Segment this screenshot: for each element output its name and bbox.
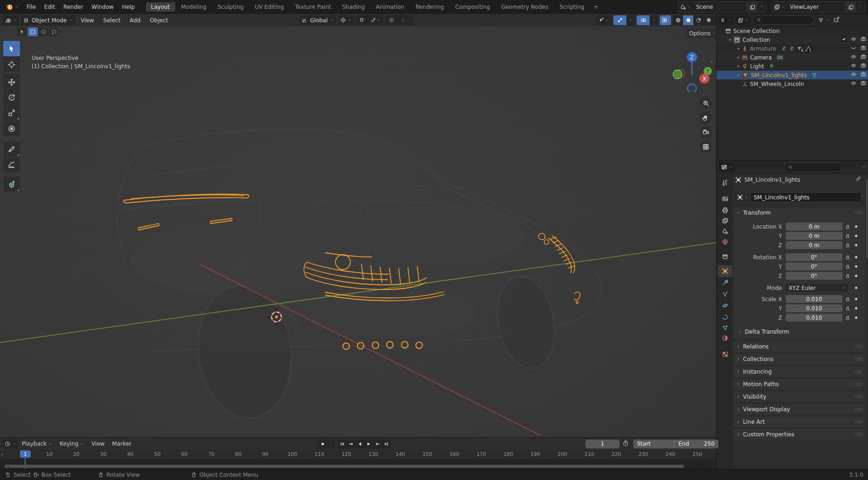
- viewport-menu-select[interactable]: Select: [99, 17, 124, 24]
- outliner-row-sm-lincolnv1-lights[interactable]: SM_Lincolnv1_lights: [717, 71, 868, 79]
- panel-grip[interactable]: [855, 395, 862, 399]
- snap-toggle[interactable]: [356, 15, 367, 25]
- field-value[interactable]: 0.010: [786, 304, 842, 312]
- outliner-item-label[interactable]: SM_Wheels_Lincoln: [750, 81, 804, 87]
- animate-dot[interactable]: [855, 298, 857, 300]
- outliner-row-scene-collection[interactable]: Scene Collection: [717, 26, 868, 35]
- camera-toggle[interactable]: [860, 53, 867, 61]
- outliner-item-label[interactable]: Armature: [750, 46, 776, 52]
- panel-grip[interactable]: [855, 211, 862, 215]
- outliner-item-label[interactable]: Light: [750, 63, 764, 70]
- transform-orientation-dropdown[interactable]: Global: [300, 15, 336, 25]
- outliner-row-sm-wheels-lincoln[interactable]: SM_Wheels_Lincoln: [717, 79, 868, 88]
- rotation-mode-dropdown[interactable]: XYZ Euler: [786, 284, 848, 292]
- pin-id-button[interactable]: [855, 176, 861, 184]
- panel-motion-paths[interactable]: Motion Paths: [733, 379, 865, 389]
- topbar-menu-render[interactable]: Render: [59, 0, 87, 14]
- panel-grip[interactable]: [855, 421, 862, 424]
- lock-toggle[interactable]: [845, 273, 851, 280]
- animate-dot[interactable]: [855, 287, 857, 289]
- tab-rendering[interactable]: Rendering: [410, 2, 449, 12]
- panel-grip[interactable]: [855, 433, 862, 436]
- tab-shading[interactable]: Shading: [337, 2, 370, 12]
- view-hand-button[interactable]: [699, 112, 712, 124]
- field-value[interactable]: 0 m: [786, 232, 842, 240]
- properties-tab-collection[interactable]: [718, 251, 732, 263]
- properties-tab-world[interactable]: [718, 236, 732, 248]
- timeline-editor-type-button[interactable]: [2, 439, 18, 449]
- lock-toggle[interactable]: [845, 242, 851, 250]
- use-preview-range-toggle[interactable]: [622, 440, 629, 448]
- unlink-scene-button[interactable]: [757, 4, 766, 10]
- panel-instancing[interactable]: Instancing: [733, 367, 865, 377]
- eye-toggle[interactable]: [850, 80, 857, 88]
- xray-toggle[interactable]: [660, 15, 671, 25]
- object-visibility-dropdown[interactable]: [596, 15, 612, 25]
- panel-header[interactable]: Relations: [733, 342, 865, 352]
- remove-view-layer-button[interactable]: [856, 4, 865, 10]
- object-name-field[interactable]: SM_Lincolnv1_lights: [750, 192, 861, 202]
- panel-header[interactable]: Motion Paths: [733, 379, 865, 389]
- timeline-ticks[interactable]: [0, 459, 716, 469]
- disclosure-right-icon[interactable]: [736, 64, 742, 69]
- properties-editor-type-button[interactable]: [719, 162, 735, 172]
- lock-toggle[interactable]: [845, 315, 851, 322]
- eye-toggle[interactable]: [850, 36, 857, 44]
- panel-visibility[interactable]: Visibility: [733, 392, 865, 402]
- shading-solid-button[interactable]: [683, 15, 693, 25]
- play-reverse-button[interactable]: [355, 439, 364, 449]
- field-value[interactable]: 0.010: [786, 314, 842, 322]
- current-frame-field[interactable]: 1: [585, 440, 619, 448]
- next-keyframe-button[interactable]: [373, 439, 382, 449]
- timeline-menu-marker[interactable]: Marker: [108, 441, 135, 447]
- timeline-menu-keying[interactable]: Keying: [56, 441, 88, 447]
- lock-toggle[interactable]: [845, 263, 851, 271]
- eye-toggle[interactable]: [850, 71, 857, 79]
- eye-toggle[interactable]: [850, 62, 857, 70]
- properties-tab-scene[interactable]: [718, 225, 732, 237]
- jump-to-end-button[interactable]: [382, 439, 391, 449]
- properties-tab-tool[interactable]: [718, 177, 732, 189]
- new-scene-button[interactable]: [747, 2, 757, 12]
- outliner-item-label[interactable]: SM_Lincolnv1_lights: [751, 72, 807, 79]
- properties-tab-view-layer[interactable]: [718, 215, 732, 226]
- lock-toggle[interactable]: [845, 254, 851, 262]
- animate-dot[interactable]: [855, 235, 857, 237]
- select-mode-lasso-button[interactable]: [49, 27, 59, 36]
- select-mode-circle-button[interactable]: [39, 27, 48, 36]
- snap-settings-dropdown[interactable]: [367, 15, 383, 25]
- camera-toggle[interactable]: [860, 36, 867, 44]
- add-workspace-button[interactable]: +: [590, 2, 601, 12]
- panel-grip[interactable]: [855, 370, 862, 374]
- panel-header[interactable]: Line Art: [733, 417, 865, 427]
- outliner-display-mode-dropdown[interactable]: [718, 16, 734, 25]
- outliner-item-label[interactable]: Scene Collection: [733, 28, 780, 34]
- panel-viewport-display[interactable]: Viewport Display: [733, 404, 865, 414]
- disclosure-down-icon[interactable]: [728, 38, 733, 42]
- outliner-row-light[interactable]: Light: [717, 62, 868, 71]
- camera-toggle[interactable]: [860, 45, 867, 53]
- panel-header[interactable]: Custom Properties: [733, 429, 865, 440]
- scrollbar-handle-dot[interactable]: [7, 466, 9, 467]
- tab-texture-paint[interactable]: Texture Paint: [290, 2, 336, 12]
- panel-grip[interactable]: [855, 408, 862, 411]
- tool-transform-button[interactable]: [3, 121, 20, 136]
- breadcrumb-object-name[interactable]: SM_Lincolnv1_lights: [744, 177, 800, 183]
- field-value[interactable]: 0 m: [786, 223, 842, 230]
- frame-start-field[interactable]: Start1: [633, 440, 681, 448]
- view-camera-button[interactable]: [699, 126, 712, 138]
- navigation-gizmo[interactable]: YXZ: [668, 46, 715, 92]
- select-mode-box-button[interactable]: [28, 27, 38, 36]
- properties-tab-render[interactable]: [718, 193, 732, 204]
- tab-sculpting[interactable]: Sculpting: [212, 2, 249, 12]
- timeline-menu-playback[interactable]: Playback: [18, 441, 56, 447]
- lock-toggle[interactable]: [845, 233, 851, 240]
- outliner-item-label[interactable]: Collection: [743, 37, 770, 43]
- viewport-menu-add[interactable]: Add: [126, 17, 144, 24]
- animate-dot[interactable]: [855, 265, 857, 268]
- scene-svg[interactable]: [0, 26, 716, 437]
- previous-keyframe-button[interactable]: [347, 439, 355, 449]
- view-layer-name[interactable]: ViewLayer: [787, 4, 845, 10]
- topbar-menu-file[interactable]: File: [22, 0, 40, 14]
- tool-rotate-button[interactable]: [3, 90, 20, 105]
